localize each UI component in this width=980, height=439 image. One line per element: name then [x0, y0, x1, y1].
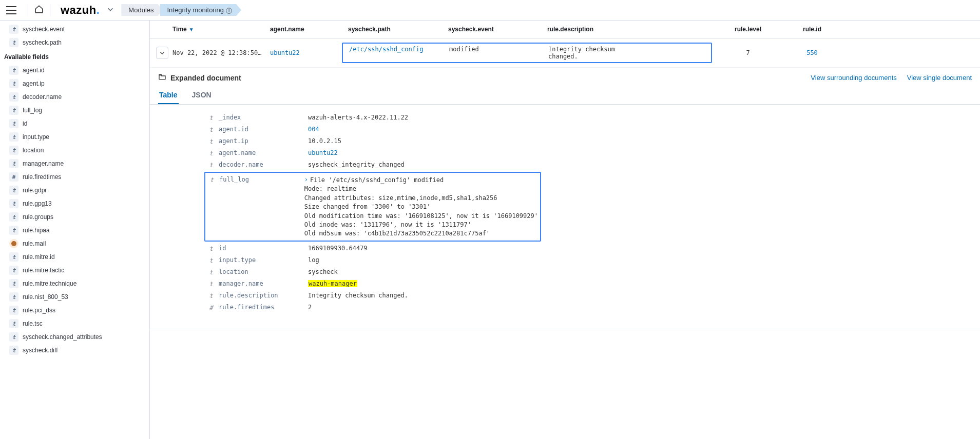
cell-rule-id[interactable]: 550	[784, 49, 840, 56]
field-item[interactable]: trule.mitre.id	[0, 250, 149, 264]
tab-table[interactable]: Table	[158, 87, 179, 104]
doc-key-full-log: full_log	[216, 176, 299, 183]
field-item[interactable]: trule.pci_dss	[0, 304, 149, 317]
field-item[interactable]: tsyscheck.path	[0, 36, 149, 49]
field-item[interactable]: trule.tsc	[0, 317, 149, 330]
field-item[interactable]: tagent.ip	[0, 77, 149, 90]
field-name: location	[23, 147, 44, 154]
field-name: rule.pci_dss	[23, 307, 55, 314]
info-icon[interactable]: i	[226, 8, 232, 14]
doc-val-full-log: ›File '/etc/ssh/sshd_config' modifiedMod…	[299, 176, 538, 238]
field-item[interactable]: tsyscheck.event	[0, 23, 149, 36]
field-type-icon: t	[9, 199, 18, 208]
field-type-icon: t	[9, 346, 18, 355]
doc-value[interactable]: ubuntu22	[303, 149, 980, 156]
view-surrounding-link[interactable]: View surrounding documents	[811, 74, 896, 82]
field-item[interactable]: trule.mitre.technique	[0, 277, 149, 290]
field-item[interactable]: tdecoder.name	[0, 90, 149, 104]
field-item[interactable]: #rule.firedtimes	[0, 170, 149, 184]
field-name: rule.mitre.tactic	[23, 267, 64, 274]
highlighted-value: wazuh-manager	[308, 280, 357, 287]
svg-point-0	[11, 241, 16, 246]
field-item[interactable]: trule.gpg13	[0, 197, 149, 210]
field-type-icon: t	[9, 226, 18, 235]
doc-value: wazuh-manager	[303, 280, 980, 287]
chevron-down-icon[interactable]	[107, 6, 114, 14]
field-type-icon: t	[9, 159, 18, 168]
field-type-icon: t	[9, 266, 18, 275]
field-item[interactable]: tfull_log	[0, 104, 149, 117]
field-type-icon: t	[9, 106, 18, 115]
field-type-icon: t	[9, 306, 18, 315]
field-type-icon: t	[206, 114, 216, 122]
field-type-icon: t	[207, 176, 216, 184]
menu-icon[interactable]	[6, 6, 16, 14]
field-item[interactable]: tid	[0, 117, 149, 130]
th-syscheck-event[interactable]: syscheck.event	[445, 26, 544, 33]
field-item[interactable]: trule.nist_800_53	[0, 290, 149, 304]
expand-row-button[interactable]	[156, 47, 168, 59]
th-rule-level[interactable]: rule.level	[712, 26, 784, 33]
field-name: rule.mail	[23, 240, 46, 247]
doc-value: syscheck	[303, 268, 980, 275]
field-name: agent.id	[23, 67, 45, 74]
field-type-icon: t	[9, 132, 18, 142]
available-fields-label: Available fields	[0, 49, 149, 64]
th-rule-id[interactable]: rule.id	[784, 26, 840, 33]
field-item[interactable]: trule.gdpr	[0, 184, 149, 197]
doc-row: t_indexwazuh-alerts-4.x-2022.11.22	[206, 112, 980, 124]
field-item[interactable]: tsyscheck.diff	[0, 344, 149, 357]
field-item[interactable]: trule.hipaa	[0, 224, 149, 237]
field-type-icon: t	[206, 161, 216, 169]
doc-value[interactable]: 004	[303, 126, 980, 133]
field-item[interactable]: tmanager.name	[0, 157, 149, 170]
field-type-icon: t	[206, 280, 216, 288]
field-type-icon: t	[9, 186, 18, 195]
breadcrumb-integrity-monitoring[interactable]: Integrity monitoringi	[160, 4, 242, 16]
field-item[interactable]: tlocation	[0, 144, 149, 157]
th-syscheck-path[interactable]: syscheck.path	[345, 26, 445, 33]
app-header: wazuh. Modules Integrity monitoringi	[0, 0, 980, 21]
cell-syscheck-event: modified	[446, 46, 545, 60]
th-agent-name[interactable]: agent.name	[267, 26, 345, 33]
logo: wazuh.	[61, 4, 100, 17]
view-single-link[interactable]: View single document	[907, 74, 972, 82]
cell-rule-description: Integrity checksum changed.	[545, 46, 638, 60]
expand-caret-icon[interactable]: ›	[304, 176, 308, 183]
th-time[interactable]: Time▼	[169, 26, 267, 33]
field-type-icon: #	[206, 304, 216, 311]
field-item[interactable]: tsyscheck.changed_attributes	[0, 330, 149, 344]
field-type-icon: t	[9, 212, 18, 222]
cell-syscheck-path[interactable]: /etc/ssh/sshd_config	[346, 46, 446, 60]
field-item[interactable]: tagent.id	[0, 64, 149, 77]
th-rule-description[interactable]: rule.description	[544, 26, 712, 33]
doc-row: #rule.firedtimes2	[206, 302, 980, 313]
field-type-icon: t	[9, 92, 18, 102]
doc-row: trule.descriptionIntegrity checksum chan…	[206, 290, 980, 302]
divider	[28, 4, 28, 16]
field-name: input.type	[23, 133, 49, 141]
field-item[interactable]: trule.mitre.tactic	[0, 264, 149, 277]
field-name: syscheck.path	[23, 39, 62, 46]
doc-key: decoder.name	[216, 161, 303, 168]
home-icon[interactable]	[34, 5, 44, 15]
doc-key: agent.ip	[216, 137, 303, 145]
tab-json[interactable]: JSON	[191, 87, 213, 104]
field-type-icon: t	[9, 146, 18, 155]
field-item[interactable]: rule.mail	[0, 237, 149, 250]
field-name: rule.mitre.technique	[23, 280, 76, 287]
breadcrumb-modules[interactable]: Modules	[121, 4, 163, 16]
field-item[interactable]: tinput.type	[0, 130, 149, 144]
field-type-icon: t	[9, 332, 18, 342]
field-name: id	[23, 120, 27, 127]
field-name: rule.gpg13	[23, 200, 52, 207]
field-type-icon: t	[206, 149, 216, 157]
field-type-icon: t	[206, 245, 216, 252]
field-type-icon: t	[9, 292, 18, 302]
field-type-icon: t	[206, 126, 216, 133]
doc-row: tinput.typelog	[206, 254, 980, 266]
cell-agent-name[interactable]: ubuntu22	[267, 49, 345, 56]
folder-open-icon	[158, 73, 166, 83]
field-item[interactable]: trule.groups	[0, 210, 149, 224]
field-type-icon: t	[9, 79, 18, 88]
